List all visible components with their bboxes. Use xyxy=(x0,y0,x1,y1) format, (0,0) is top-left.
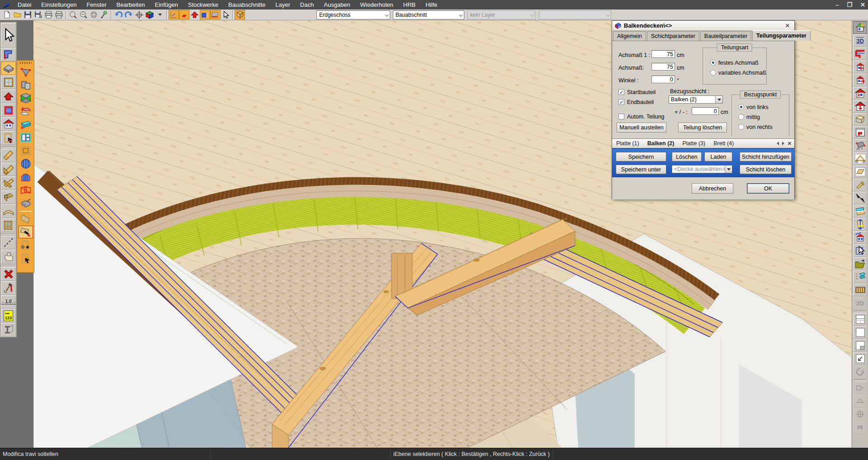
dimension-tool[interactable]: ←1.0→ xyxy=(1,295,16,309)
ruler-123-tool[interactable]: ▪▪▪123 xyxy=(1,309,16,322)
window-shrink-button[interactable] xyxy=(853,352,867,365)
texture-brush-tool-selected[interactable] xyxy=(19,226,33,238)
zoom-select-icon[interactable] xyxy=(99,10,109,19)
measure-height-button[interactable] xyxy=(853,218,867,231)
radio-festes-achsmass[interactable] xyxy=(710,60,716,66)
window-restore-button[interactable]: ❐ xyxy=(847,1,852,8)
view-3d-button[interactable]: 3D xyxy=(853,34,867,47)
roof-corner-tool[interactable] xyxy=(1,90,16,103)
cube-3d-icon[interactable] xyxy=(144,10,155,19)
manuell-austeilen-button[interactable]: Manuell austeilen xyxy=(617,123,666,133)
layer-tab-balken2[interactable]: Balken (2) xyxy=(643,140,679,147)
cube-dropdown-icon[interactable] xyxy=(155,10,165,19)
panel-square-tool[interactable] xyxy=(19,144,33,157)
hatch-panel-icon[interactable] xyxy=(200,10,210,19)
layer-tab-next-icon[interactable] xyxy=(782,142,784,145)
beam-cross-tool[interactable] xyxy=(1,176,16,190)
section-view-button[interactable] xyxy=(853,205,867,218)
storey-select[interactable]: Erdgeschoss xyxy=(316,10,390,19)
radio-variables-achsmass[interactable] xyxy=(710,70,716,76)
radio-von-rechts[interactable] xyxy=(738,124,744,130)
window-detail-button[interactable] xyxy=(853,339,867,352)
dropdown-arrow-icon[interactable] xyxy=(715,96,722,103)
opening-select-tool[interactable] xyxy=(19,252,33,265)
checkbox-autom-teilung[interactable] xyxy=(618,114,624,119)
open-project-button[interactable] xyxy=(853,257,867,270)
layout-panels-tool[interactable] xyxy=(19,131,33,144)
dropdown-arrow-icon[interactable] xyxy=(725,166,732,173)
panel-copy-tool[interactable] xyxy=(19,79,33,91)
zoom-out-icon[interactable] xyxy=(78,10,89,19)
round-panel-tool[interactable] xyxy=(19,157,33,170)
layer-tab-platte3[interactable]: Platte (3) xyxy=(678,140,709,147)
menu-hilfe[interactable]: Hilfe xyxy=(420,0,442,9)
select-cursor-icon[interactable] xyxy=(221,10,231,19)
stud-wall-tool[interactable] xyxy=(1,218,16,232)
view-house-top-button[interactable] xyxy=(853,100,867,113)
menu-wiederholen[interactable]: Wiederholen xyxy=(355,0,398,9)
open-folder-icon[interactable] xyxy=(12,10,23,19)
roof-mark-button[interactable] xyxy=(853,139,867,152)
speichern-unter-button[interactable]: Speichern unter xyxy=(616,165,666,174)
tab-allgemein[interactable]: Allgemein xyxy=(613,31,646,41)
achsmass1-input[interactable] xyxy=(651,50,675,58)
abbrechen-button[interactable]: Abbrechen xyxy=(692,183,733,194)
window-minimize-button[interactable]: – xyxy=(835,1,839,8)
beam-insert-tool[interactable] xyxy=(19,118,33,131)
window-close-button[interactable]: ✕ xyxy=(860,1,865,8)
rafter-tool[interactable] xyxy=(1,163,16,176)
block-tool[interactable] xyxy=(1,250,16,263)
winkel-input[interactable] xyxy=(651,76,675,83)
ok-button[interactable]: OK xyxy=(747,183,789,194)
stone-edit-tool[interactable] xyxy=(19,197,33,209)
plate-view-button[interactable] xyxy=(853,166,867,178)
axis-grid-icon[interactable] xyxy=(169,10,179,19)
view-plan-window-button[interactable] xyxy=(853,126,867,139)
layer-tab-platte1[interactable]: Platte (1) xyxy=(612,140,643,147)
menu-fenster[interactable]: Fenster xyxy=(81,0,111,9)
menu-einfuegen[interactable]: Einfügen xyxy=(150,0,183,9)
speichern-button[interactable]: Speichern xyxy=(616,152,666,161)
bezugsschicht-select[interactable]: Balken (2) xyxy=(669,95,723,104)
dashed-line-tool[interactable] xyxy=(1,236,16,250)
print-preview-icon[interactable] xyxy=(54,10,64,19)
redo-icon[interactable] xyxy=(123,10,134,19)
menu-datei[interactable]: Datei xyxy=(13,0,36,9)
beam-view-button[interactable] xyxy=(853,179,867,191)
view-house-right-button[interactable] xyxy=(853,74,867,86)
laden-button[interactable]: Laden xyxy=(704,152,732,161)
new-file-icon[interactable] xyxy=(2,10,12,19)
select-tool[interactable] xyxy=(1,23,16,47)
checkbox-startbauteil[interactable]: ✓ xyxy=(618,89,624,95)
wood-plank-tool[interactable] xyxy=(19,213,33,225)
truss-view-button[interactable] xyxy=(853,152,867,165)
layer-tab-prev-icon[interactable] xyxy=(777,142,779,145)
outline-zigzag-tool[interactable] xyxy=(19,184,33,196)
checkbox-endbauteil[interactable]: ✓ xyxy=(618,99,624,105)
dialog-titlebar[interactable]: Balkendecken\<> ✕ xyxy=(612,21,794,31)
view-house-left-button[interactable] xyxy=(853,61,867,73)
zoom-window-icon[interactable] xyxy=(89,10,99,19)
menu-bearbeiten[interactable]: Bearbeiten xyxy=(112,0,150,9)
view-plan-red-button[interactable] xyxy=(853,47,867,60)
house-dimension-button[interactable] xyxy=(853,231,867,244)
tab-schichtparameter[interactable]: Schichtparameter xyxy=(647,31,699,41)
zoom-in-icon[interactable] xyxy=(68,10,78,19)
dialog-close-button[interactable]: ✕ xyxy=(784,22,791,29)
panel-tool[interactable] xyxy=(1,104,16,117)
steel-beam-tool[interactable] xyxy=(1,323,16,337)
menu-stockwerke[interactable]: Stockwerke xyxy=(183,0,223,9)
house-tool[interactable] xyxy=(1,117,16,131)
plank-diagonal-tool[interactable] xyxy=(1,149,16,162)
menu-hrb[interactable]: HRB xyxy=(398,0,420,9)
window-split-button[interactable] xyxy=(853,313,867,326)
arch-window-tool[interactable] xyxy=(19,171,33,183)
offset-input[interactable] xyxy=(692,107,719,115)
select-frame-button[interactable] xyxy=(853,244,867,257)
save-icon[interactable] xyxy=(23,10,33,19)
window-single-button[interactable] xyxy=(853,326,867,339)
roof-corner-icon[interactable] xyxy=(189,10,200,19)
hatch-stripe-icon[interactable] xyxy=(210,10,221,19)
loeschen-button[interactable]: Löschen xyxy=(672,152,702,161)
section-line-button[interactable] xyxy=(853,192,867,204)
